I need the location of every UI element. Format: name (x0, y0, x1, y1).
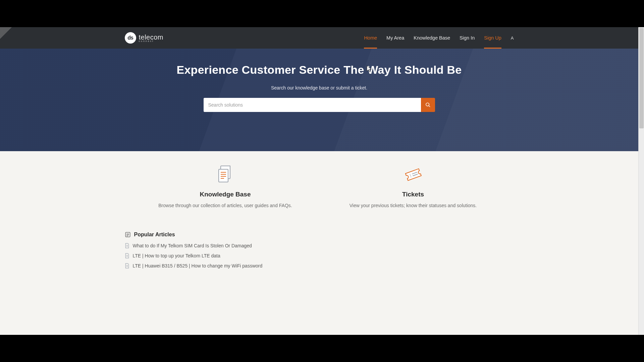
letterbox-top (0, 0, 644, 27)
popular-heading: Popular Articles (134, 232, 175, 238)
article-list-icon (125, 232, 131, 238)
brand-name: telecom (139, 34, 164, 41)
svg-point-0 (426, 103, 429, 106)
search-button[interactable] (421, 98, 435, 112)
hero-title: Experience Customer Service The Way It S… (176, 63, 462, 76)
viewport: ds telecom connect Home My Area Knowledg… (0, 27, 644, 335)
card-tickets-title: Tickets (333, 191, 494, 198)
card-tickets[interactable]: Tickets View your previous tickets; know… (333, 165, 494, 208)
ticket-icon (404, 167, 422, 182)
nav-sign-up[interactable]: Sign Up (484, 27, 501, 49)
primary-nav: Home My Area Knowledge Base Sign In Sign… (364, 27, 514, 49)
search-bar (204, 98, 435, 112)
file-icon (125, 263, 129, 268)
popular-article-link[interactable]: LTE | Huawei B315 / B525 | How to change… (125, 263, 514, 268)
file-icon (125, 243, 129, 248)
language-switcher[interactable]: A (511, 27, 514, 49)
search-icon (425, 102, 431, 108)
scrollbar-thumb[interactable] (639, 28, 644, 128)
card-kb-desc: Browse through our collection of article… (145, 203, 306, 208)
popular-articles: Popular Articles What to do If My Telkom… (125, 232, 514, 268)
card-kb-title: Knowledge Base (145, 191, 306, 198)
nav-home[interactable]: Home (364, 27, 377, 49)
popular-article-link[interactable]: What to do If My Telkom SIM Card Is Stol… (125, 243, 514, 248)
card-tickets-desc: View your previous tickets; know their s… (333, 203, 494, 208)
brand-tagline: connect (139, 40, 164, 42)
file-icon (125, 253, 129, 258)
svg-rect-3 (219, 169, 228, 182)
article-title: What to do If My Telkom SIM Card Is Stol… (133, 243, 252, 248)
card-knowledge-base[interactable]: Knowledge Base Browse through our collec… (145, 165, 306, 208)
document-stack-icon (218, 166, 233, 183)
language-label: A (511, 36, 514, 41)
brand-logo[interactable]: ds telecom connect (125, 27, 164, 49)
site-header: ds telecom connect Home My Area Knowledg… (0, 27, 638, 49)
article-title: LTE | How to top up your Telkom LTE data (133, 253, 220, 258)
brand-mark-icon: ds (125, 32, 136, 44)
page: ds telecom connect Home My Area Knowledg… (0, 27, 638, 335)
article-title: LTE | Huawei B315 / B525 | How to change… (133, 263, 263, 268)
quick-links: Knowledge Base Browse through our collec… (125, 165, 514, 208)
hero-subtitle: Search our knowledge base or submit a ti… (271, 85, 367, 90)
vertical-scrollbar[interactable] (638, 27, 644, 335)
svg-line-1 (429, 106, 430, 107)
hero: Experience Customer Service The Way It S… (0, 49, 638, 151)
main-content: Knowledge Base Browse through our collec… (125, 151, 514, 268)
search-input[interactable] (204, 98, 421, 112)
nav-my-area[interactable]: My Area (386, 27, 404, 49)
letterbox-bottom (0, 335, 644, 362)
nav-sign-in[interactable]: Sign In (460, 27, 475, 49)
nav-knowledge-base[interactable]: Knowledge Base (414, 27, 450, 49)
popular-article-link[interactable]: LTE | How to top up your Telkom LTE data (125, 253, 514, 258)
